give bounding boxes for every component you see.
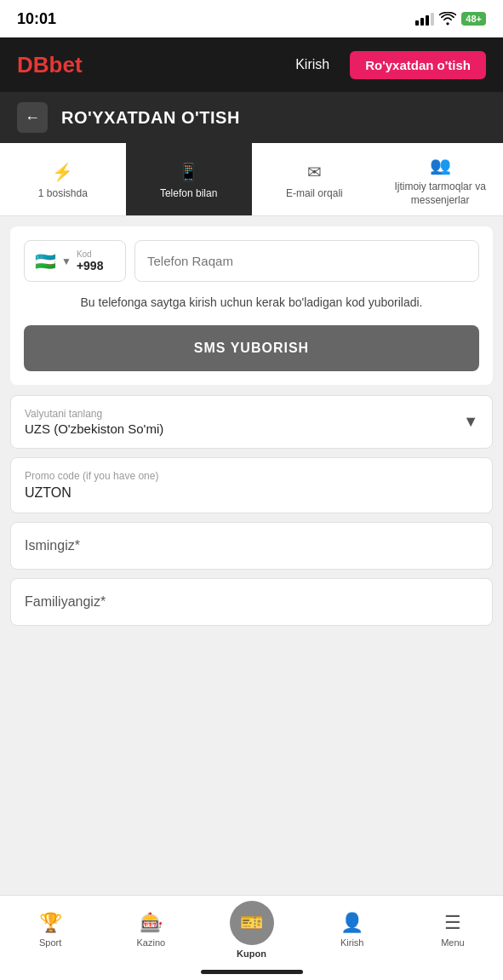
phone-row: 🇺🇿 ▼ Kod +998 xyxy=(24,240,479,282)
nav-kazino[interactable]: 🎰 Kazino xyxy=(100,896,201,963)
tab-one-click-label: 1 bosishda xyxy=(38,187,88,201)
tab-email[interactable]: ✉ E-mail orqali xyxy=(252,143,378,215)
register-button[interactable]: Ro'yxatdan o'tish xyxy=(350,51,486,79)
nav-kirish-label: Kirish xyxy=(340,937,364,948)
lightning-icon: ⚡ xyxy=(52,162,73,182)
country-code-value: +998 xyxy=(77,259,104,272)
nav-kupon[interactable]: 🎫 Kupon xyxy=(201,896,301,963)
first-name-placeholder: Ismingiz* xyxy=(25,538,80,553)
menu-icon: ☰ xyxy=(444,912,461,934)
promo-code-field[interactable]: Promo code (if you have one) UZTON xyxy=(10,457,493,513)
nav-kirish[interactable]: 👤 Kirish xyxy=(302,896,403,963)
logo: DBbet xyxy=(17,52,83,78)
country-code: Kod +998 xyxy=(77,249,104,272)
first-name-field[interactable]: Ismingiz* xyxy=(10,522,493,570)
last-name-field[interactable]: Familiyangiz* xyxy=(10,578,493,626)
nav-sport[interactable]: 🏆 Sport xyxy=(0,896,100,963)
phone-form: 🇺🇿 ▼ Kod +998 Bu telefonga saytga kirish… xyxy=(10,226,493,385)
social-icon: 👥 xyxy=(430,155,451,175)
tab-social[interactable]: 👥 Ijtimoiy tarmoqlar va messenjerlar xyxy=(377,143,503,215)
logo-bet: bet xyxy=(49,52,83,77)
top-nav: DBbet Kirish Ro'yxatdan o'tish xyxy=(0,37,503,92)
last-name-placeholder: Familiyangiz* xyxy=(25,594,106,609)
nav-menu[interactable]: ☰ Menu xyxy=(403,896,503,963)
tab-phone[interactable]: 📱 Telefon bilan xyxy=(126,143,252,215)
registration-tabs: ⚡ 1 bosishda 📱 Telefon bilan ✉ E-mail or… xyxy=(0,143,503,216)
user-icon: 👤 xyxy=(340,912,363,934)
nav-menu-label: Menu xyxy=(441,937,465,948)
kupon-circle: 🎫 xyxy=(230,901,274,945)
wifi-icon xyxy=(439,12,456,26)
tab-phone-label: Telefon bilan xyxy=(160,187,217,201)
nav-buttons: Kirish Ro'yxatdan o'tish xyxy=(283,51,486,79)
status-icons: 48+ xyxy=(415,12,486,26)
country-code-label: Kod xyxy=(77,249,104,259)
casino-icon: 🎰 xyxy=(140,912,163,934)
page-header: ← RO'YXATDAN O'TISH xyxy=(0,92,503,143)
tab-social-label: Ijtimoiy tarmoqlar va messenjerlar xyxy=(382,181,498,207)
page-title: RO'YXATDAN O'TISH xyxy=(61,108,240,128)
chevron-down-icon: ▼ xyxy=(61,255,71,267)
chevron-down-icon: ▼ xyxy=(463,413,478,431)
trophy-icon: 🏆 xyxy=(39,912,62,934)
status-bar: 10:01 48+ xyxy=(0,0,503,37)
tab-email-label: E-mail orqali xyxy=(286,187,343,201)
promo-label: Promo code (if you have one) xyxy=(25,470,478,482)
phone-input[interactable] xyxy=(134,240,479,282)
status-time: 10:01 xyxy=(17,10,56,28)
currency-selector[interactable]: Valyutani tanlang UZS (O'zbekiston So'mi… xyxy=(10,395,493,449)
ticket-icon: 🎫 xyxy=(240,912,263,934)
nav-kupon-label: Kupon xyxy=(237,948,266,959)
currency-label: Valyutani tanlang xyxy=(25,408,163,420)
login-button[interactable]: Kirish xyxy=(283,51,341,79)
country-flag: 🇺🇿 xyxy=(35,251,56,272)
bottom-nav: 🏆 Sport 🎰 Kazino 🎫 Kupon 👤 Kirish ☰ Menu xyxy=(0,895,503,963)
back-button[interactable]: ← xyxy=(17,102,48,133)
home-bar xyxy=(201,970,303,974)
tab-one-click[interactable]: ⚡ 1 bosishda xyxy=(0,143,126,215)
home-indicator xyxy=(0,963,503,980)
sms-info-text: Bu telefonga saytga kirish uchun kerak b… xyxy=(24,294,479,312)
battery-icon: 48+ xyxy=(461,12,486,26)
main-content: ⚡ 1 bosishda 📱 Telefon bilan ✉ E-mail or… xyxy=(0,143,503,895)
nav-kazino-label: Kazino xyxy=(136,937,165,948)
logo-db: DB xyxy=(17,52,49,77)
currency-value: UZS (O'zbekiston So'mi) xyxy=(25,421,163,436)
sms-send-button[interactable]: SMS YUBORISH xyxy=(24,325,479,371)
nav-sport-label: Sport xyxy=(39,937,61,948)
signal-icon xyxy=(415,13,434,26)
phone-icon: 📱 xyxy=(178,162,199,182)
country-selector[interactable]: 🇺🇿 ▼ Kod +998 xyxy=(24,240,126,282)
email-icon: ✉ xyxy=(307,162,322,182)
promo-value: UZTON xyxy=(25,485,478,501)
